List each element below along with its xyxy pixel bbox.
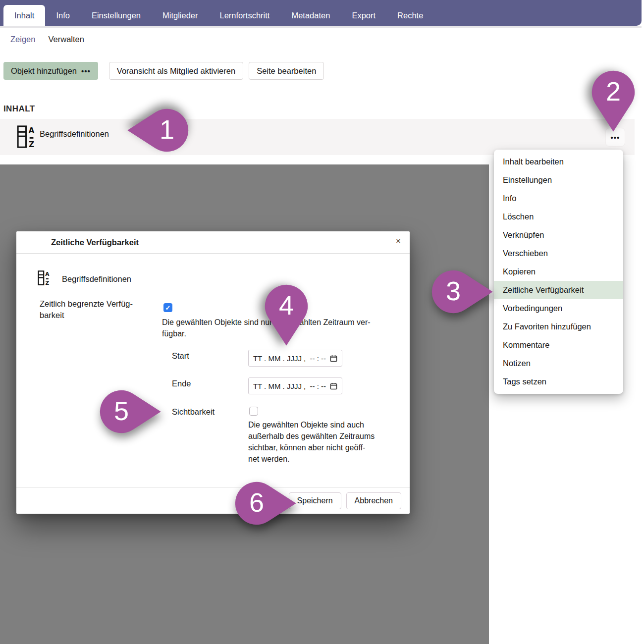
marker-number: 4 bbox=[279, 290, 294, 321]
start-datetime-input[interactable]: TT . MM . JJJJ , -- : -- bbox=[248, 350, 342, 367]
cancel-button[interactable]: Abbrechen bbox=[346, 492, 401, 509]
menu-item-vorbedingungen[interactable]: Vorbedingungen bbox=[494, 299, 623, 318]
tab-mitglieder[interactable]: Mitglieder bbox=[152, 5, 209, 26]
menu-item-verknuepfen[interactable]: Verknüpfen bbox=[494, 226, 623, 244]
menu-item-info[interactable]: Info bbox=[494, 189, 623, 208]
glossary-icon: A Z bbox=[16, 125, 36, 151]
menu-item-loeschen[interactable]: Löschen bbox=[494, 208, 623, 226]
start-datetime-value: TT . MM . JJJJ , -- : -- bbox=[253, 354, 326, 363]
tab-inhalt[interactable]: Inhalt bbox=[3, 5, 45, 26]
visibility-checkbox[interactable] bbox=[249, 407, 258, 416]
modal-object-line: A Z Begriffsdefinitionen bbox=[38, 270, 131, 288]
preview-as-member-button[interactable]: Voransicht als Mitglied aktivieren bbox=[109, 62, 243, 80]
edit-page-button[interactable]: Seite bearbeiten bbox=[249, 62, 324, 80]
visibility-byline: Die gewählten Objekte sind auch außerhal… bbox=[248, 419, 402, 465]
toolbar: Objekt hinzufügen ••• Voransicht als Mit… bbox=[3, 62, 324, 80]
marker-number: 1 bbox=[160, 114, 174, 145]
marker-number: 5 bbox=[114, 395, 129, 426]
modal-title: Zeitliche Verfügbarkeit bbox=[51, 238, 139, 247]
top-navigation: Inhalt Info Einstellungen Mitglieder Ler… bbox=[0, 0, 642, 26]
tab-rechte[interactable]: Rechte bbox=[386, 5, 434, 26]
item-actions-dropdown: Inhalt bearbeiten Einstellungen Info Lös… bbox=[494, 150, 623, 394]
subtab-verwalten[interactable]: Verwalten bbox=[48, 35, 84, 44]
menu-item-verschieben[interactable]: Verschieben bbox=[494, 244, 623, 263]
tab-lernfortschritt[interactable]: Lernfortschritt bbox=[209, 5, 281, 26]
marker-number: 6 bbox=[249, 487, 264, 518]
visibility-label: Sichtbarkeit bbox=[172, 406, 215, 418]
modal-header: Zeitliche Verfügbarkeit × bbox=[16, 231, 410, 254]
svg-text:Z: Z bbox=[46, 280, 50, 286]
calendar-icon[interactable] bbox=[330, 382, 337, 390]
menu-item-kopieren[interactable]: Kopieren bbox=[494, 263, 623, 281]
menu-item-zeitliche-verfuegbarkeit[interactable]: Zeitliche Verfügbarkeit bbox=[494, 281, 623, 299]
tab-info[interactable]: Info bbox=[45, 5, 81, 26]
marker-number: 3 bbox=[446, 275, 461, 306]
tab-export[interactable]: Export bbox=[341, 5, 386, 26]
content-section-heading: INHALT bbox=[3, 104, 35, 114]
marker-number: 2 bbox=[606, 76, 621, 107]
add-object-label: Objekt hinzufügen bbox=[11, 66, 77, 76]
menu-item-notizen[interactable]: Notizen bbox=[494, 354, 623, 373]
glossary-icon: A Z bbox=[38, 270, 50, 288]
tab-einstellungen[interactable]: Einstellungen bbox=[81, 5, 152, 26]
limited-availability-label: Zeitlich begrenzte Verfüg- barkeit bbox=[40, 298, 133, 321]
end-datetime-value: TT . MM . JJJJ , -- : -- bbox=[253, 382, 326, 390]
start-label: Start bbox=[172, 350, 189, 362]
menu-item-tags-setzen[interactable]: Tags setzen bbox=[494, 373, 623, 391]
end-datetime-input[interactable]: TT . MM . JJJJ , -- : -- bbox=[248, 377, 342, 394]
modal-object-title: Begriffsdefinitionen bbox=[62, 274, 131, 284]
more-options-icon: ••• bbox=[81, 67, 91, 75]
limited-availability-checkbox[interactable]: ✓ bbox=[163, 303, 172, 312]
tab-metadaten[interactable]: Metadaten bbox=[280, 5, 341, 26]
calendar-icon[interactable] bbox=[330, 355, 337, 362]
modal-footer: Speichern Abbrechen bbox=[16, 487, 410, 514]
availability-modal: Zeitliche Verfügbarkeit × A Z Begriffsde… bbox=[16, 231, 410, 514]
menu-item-zu-favoriten[interactable]: Zu Favoriten hinzufügen bbox=[494, 318, 623, 336]
nav-bottom-strip bbox=[0, 26, 642, 28]
menu-item-kommentare[interactable]: Kommentare bbox=[494, 336, 623, 354]
subtab-zeigen[interactable]: Zeigen bbox=[10, 35, 35, 44]
sub-tabs: Zeigen Verwalten bbox=[10, 35, 84, 44]
svg-text:Z: Z bbox=[29, 140, 34, 149]
end-label: Ende bbox=[172, 378, 191, 389]
menu-item-einstellungen[interactable]: Einstellungen bbox=[494, 171, 623, 189]
content-item-title[interactable]: Begriffsdefinitionen bbox=[40, 129, 109, 139]
close-icon[interactable]: × bbox=[396, 236, 401, 246]
svg-text:A: A bbox=[29, 126, 35, 135]
checkbox-check-icon: ✓ bbox=[165, 304, 171, 312]
menu-item-inhalt-bearbeiten[interactable]: Inhalt bearbeiten bbox=[494, 153, 623, 171]
svg-text:A: A bbox=[45, 271, 50, 277]
add-object-button[interactable]: Objekt hinzufügen ••• bbox=[3, 62, 98, 80]
